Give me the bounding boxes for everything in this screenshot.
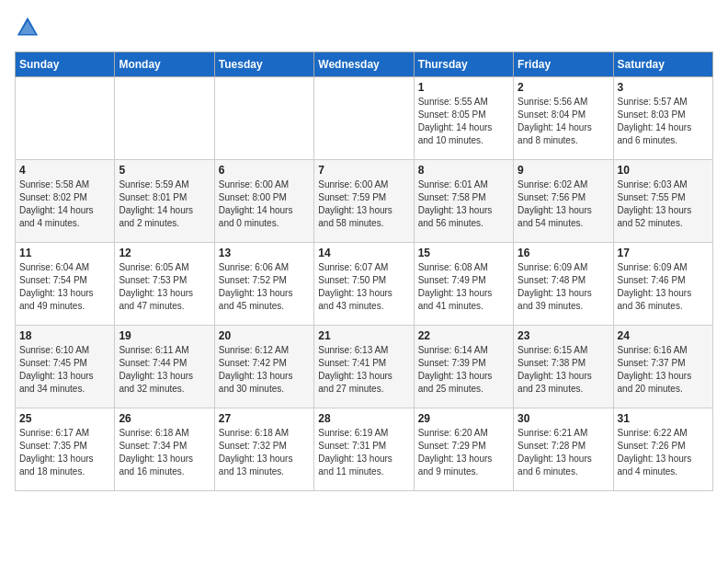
day-number: 8 (418, 164, 509, 177)
day-number: 20 (219, 329, 310, 342)
day-cell: 11Sunrise: 6:04 AM Sunset: 7:54 PM Dayli… (16, 243, 115, 326)
day-cell: 25Sunrise: 6:17 AM Sunset: 7:35 PM Dayli… (16, 408, 115, 491)
day-cell: 20Sunrise: 6:12 AM Sunset: 7:42 PM Dayli… (214, 326, 313, 408)
day-info: Sunrise: 6:02 AM Sunset: 7:56 PM Dayligh… (518, 178, 609, 230)
day-number: 2 (518, 81, 609, 94)
day-cell: 19Sunrise: 6:11 AM Sunset: 7:44 PM Dayli… (115, 326, 214, 408)
day-info: Sunrise: 6:20 AM Sunset: 7:29 PM Dayligh… (418, 427, 509, 478)
day-info: Sunrise: 6:12 AM Sunset: 7:42 PM Dayligh… (219, 344, 310, 396)
day-number: 24 (618, 329, 709, 342)
day-info: Sunrise: 6:11 AM Sunset: 7:44 PM Dayligh… (119, 344, 210, 396)
day-cell: 22Sunrise: 6:14 AM Sunset: 7:39 PM Dayli… (414, 326, 513, 408)
logo-icon (15, 15, 40, 40)
day-info: Sunrise: 6:10 AM Sunset: 7:45 PM Dayligh… (19, 344, 110, 396)
day-cell: 6Sunrise: 6:00 AM Sunset: 8:00 PM Daylig… (214, 160, 313, 243)
day-cell (314, 77, 414, 160)
header-cell-thursday: Thursday (414, 52, 513, 77)
day-info: Sunrise: 6:18 AM Sunset: 7:34 PM Dayligh… (119, 427, 210, 478)
day-cell: 9Sunrise: 6:02 AM Sunset: 7:56 PM Daylig… (514, 160, 613, 243)
header-cell-friday: Friday (514, 52, 613, 77)
day-info: Sunrise: 6:13 AM Sunset: 7:41 PM Dayligh… (318, 344, 409, 396)
day-cell: 1Sunrise: 5:55 AM Sunset: 8:05 PM Daylig… (414, 77, 513, 160)
week-row-3: 11Sunrise: 6:04 AM Sunset: 7:54 PM Dayli… (16, 243, 713, 326)
day-info: Sunrise: 6:16 AM Sunset: 7:37 PM Dayligh… (618, 344, 709, 396)
day-cell: 17Sunrise: 6:09 AM Sunset: 7:46 PM Dayli… (613, 243, 712, 326)
day-number: 26 (119, 412, 210, 425)
day-info: Sunrise: 6:14 AM Sunset: 7:39 PM Dayligh… (418, 344, 509, 396)
day-number: 10 (618, 164, 709, 177)
day-info: Sunrise: 6:17 AM Sunset: 7:35 PM Dayligh… (19, 427, 110, 478)
day-info: Sunrise: 6:05 AM Sunset: 7:53 PM Dayligh… (119, 261, 210, 313)
day-number: 13 (219, 247, 310, 259)
day-info: Sunrise: 6:18 AM Sunset: 7:32 PM Dayligh… (219, 427, 310, 478)
day-number: 14 (318, 247, 409, 259)
day-number: 17 (618, 247, 709, 259)
day-info: Sunrise: 6:04 AM Sunset: 7:54 PM Dayligh… (19, 261, 110, 313)
day-cell (16, 77, 115, 160)
day-info: Sunrise: 6:19 AM Sunset: 7:31 PM Dayligh… (318, 427, 409, 478)
day-info: Sunrise: 6:08 AM Sunset: 7:49 PM Dayligh… (418, 261, 509, 313)
logo (15, 15, 44, 40)
day-number: 4 (19, 164, 110, 177)
day-cell: 13Sunrise: 6:06 AM Sunset: 7:52 PM Dayli… (214, 243, 313, 326)
week-row-4: 18Sunrise: 6:10 AM Sunset: 7:45 PM Dayli… (16, 326, 713, 408)
day-number: 27 (219, 412, 310, 425)
day-number: 21 (318, 329, 409, 342)
day-cell: 10Sunrise: 6:03 AM Sunset: 7:55 PM Dayli… (613, 160, 712, 243)
day-number: 18 (19, 329, 110, 342)
day-cell: 7Sunrise: 6:00 AM Sunset: 7:59 PM Daylig… (314, 160, 414, 243)
day-cell: 29Sunrise: 6:20 AM Sunset: 7:29 PM Dayli… (414, 408, 513, 491)
day-number: 29 (418, 412, 509, 425)
day-info: Sunrise: 6:00 AM Sunset: 8:00 PM Dayligh… (219, 178, 310, 230)
day-info: Sunrise: 6:09 AM Sunset: 7:48 PM Dayligh… (518, 261, 609, 313)
day-number: 31 (618, 412, 709, 425)
calendar-table: SundayMondayTuesdayWednesdayThursdayFrid… (15, 52, 713, 491)
day-cell: 12Sunrise: 6:05 AM Sunset: 7:53 PM Dayli… (115, 243, 214, 326)
day-number: 19 (119, 329, 210, 342)
page-header (15, 15, 713, 40)
week-row-5: 25Sunrise: 6:17 AM Sunset: 7:35 PM Dayli… (16, 408, 713, 491)
day-info: Sunrise: 6:21 AM Sunset: 7:28 PM Dayligh… (518, 427, 609, 478)
header-cell-tuesday: Tuesday (214, 52, 313, 77)
day-cell (115, 77, 214, 160)
day-number: 22 (418, 329, 509, 342)
day-number: 12 (119, 247, 210, 259)
header-cell-wednesday: Wednesday (314, 52, 414, 77)
header-cell-saturday: Saturday (613, 52, 712, 77)
day-cell: 4Sunrise: 5:58 AM Sunset: 8:02 PM Daylig… (16, 160, 115, 243)
day-info: Sunrise: 5:59 AM Sunset: 8:01 PM Dayligh… (119, 178, 210, 230)
day-cell: 16Sunrise: 6:09 AM Sunset: 7:48 PM Dayli… (514, 243, 613, 326)
day-cell: 5Sunrise: 5:59 AM Sunset: 8:01 PM Daylig… (115, 160, 214, 243)
day-number: 11 (19, 247, 110, 259)
day-number: 30 (518, 412, 609, 425)
calendar-body: 1Sunrise: 5:55 AM Sunset: 8:05 PM Daylig… (16, 77, 713, 491)
day-number: 25 (19, 412, 110, 425)
day-info: Sunrise: 6:03 AM Sunset: 7:55 PM Dayligh… (618, 178, 709, 230)
week-row-2: 4Sunrise: 5:58 AM Sunset: 8:02 PM Daylig… (16, 160, 713, 243)
day-cell: 2Sunrise: 5:56 AM Sunset: 8:04 PM Daylig… (514, 77, 613, 160)
header-cell-monday: Monday (115, 52, 214, 77)
day-number: 1 (418, 81, 509, 94)
day-cell: 28Sunrise: 6:19 AM Sunset: 7:31 PM Dayli… (314, 408, 414, 491)
header-cell-sunday: Sunday (16, 52, 115, 77)
day-info: Sunrise: 5:56 AM Sunset: 8:04 PM Dayligh… (518, 96, 609, 147)
day-cell: 26Sunrise: 6:18 AM Sunset: 7:34 PM Dayli… (115, 408, 214, 491)
day-info: Sunrise: 5:55 AM Sunset: 8:05 PM Dayligh… (418, 96, 509, 147)
day-cell: 24Sunrise: 6:16 AM Sunset: 7:37 PM Dayli… (613, 326, 712, 408)
week-row-1: 1Sunrise: 5:55 AM Sunset: 8:05 PM Daylig… (16, 77, 713, 160)
day-cell: 18Sunrise: 6:10 AM Sunset: 7:45 PM Dayli… (16, 326, 115, 408)
day-number: 28 (318, 412, 409, 425)
day-cell: 8Sunrise: 6:01 AM Sunset: 7:58 PM Daylig… (414, 160, 513, 243)
day-cell: 30Sunrise: 6:21 AM Sunset: 7:28 PM Dayli… (514, 408, 613, 491)
day-info: Sunrise: 5:57 AM Sunset: 8:03 PM Dayligh… (618, 96, 709, 147)
day-info: Sunrise: 6:06 AM Sunset: 7:52 PM Dayligh… (219, 261, 310, 313)
day-cell: 21Sunrise: 6:13 AM Sunset: 7:41 PM Dayli… (314, 326, 414, 408)
day-cell: 14Sunrise: 6:07 AM Sunset: 7:50 PM Dayli… (314, 243, 414, 326)
day-info: Sunrise: 6:07 AM Sunset: 7:50 PM Dayligh… (318, 261, 409, 313)
calendar-header: SundayMondayTuesdayWednesdayThursdayFrid… (16, 52, 713, 77)
day-number: 15 (418, 247, 509, 259)
day-cell: 3Sunrise: 5:57 AM Sunset: 8:03 PM Daylig… (613, 77, 712, 160)
day-info: Sunrise: 6:01 AM Sunset: 7:58 PM Dayligh… (418, 178, 509, 230)
day-cell: 31Sunrise: 6:22 AM Sunset: 7:26 PM Dayli… (613, 408, 712, 491)
day-info: Sunrise: 6:15 AM Sunset: 7:38 PM Dayligh… (518, 344, 609, 396)
